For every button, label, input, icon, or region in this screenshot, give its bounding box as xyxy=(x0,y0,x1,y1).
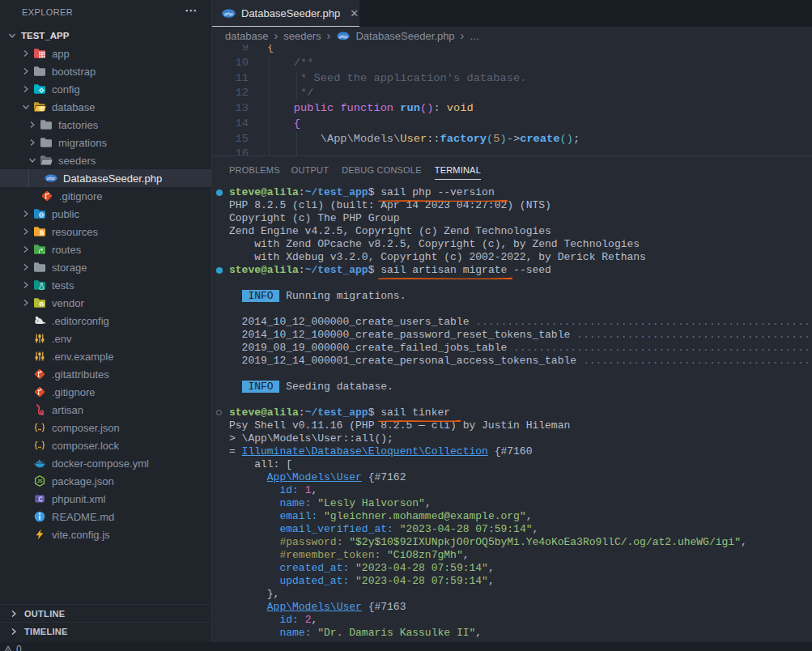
svg-text:php: php xyxy=(223,11,233,15)
svg-text:JS: JS xyxy=(37,479,43,483)
svg-text:php: php xyxy=(46,176,56,181)
svg-text:php: php xyxy=(338,33,348,38)
